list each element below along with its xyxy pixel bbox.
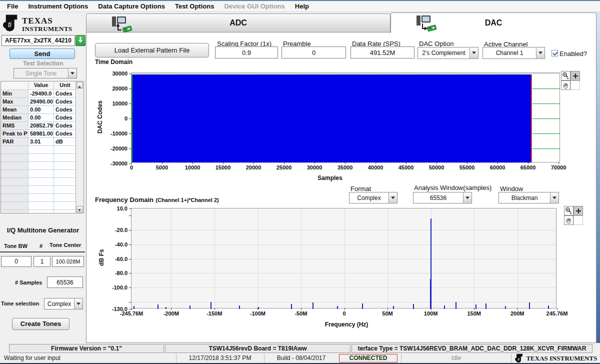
zoom-tool-button[interactable] — [564, 206, 574, 216]
window-select[interactable]: Blackman — [498, 192, 559, 204]
tab-dac[interactable]: DAC — [390, 12, 596, 33]
table-row[interactable]: Max29490.00Codes — [1, 98, 84, 106]
analysis-window-select[interactable]: 65536 — [413, 192, 472, 204]
chart-element — [413, 304, 414, 309]
tky — [129, 259, 132, 260]
zoom-in-button[interactable] — [570, 71, 580, 80]
ti-wordmark-line1: TEXAS — [22, 16, 53, 26]
xlab: 150M — [467, 310, 481, 316]
pan-hand-button[interactable] — [564, 216, 574, 225]
create-tones-button[interactable]: Create Tones — [12, 318, 70, 330]
table-cell — [1, 186, 28, 194]
device-select[interactable]: AFE77xx_2x2TX_44210 — [2, 35, 75, 46]
table-row[interactable]: Median0.00Codes — [1, 114, 84, 122]
status-timestamp: 12/17/2018 3:51:37 PM — [178, 354, 262, 362]
table-row[interactable]: RMS20852.79Codes — [1, 122, 84, 130]
chart-element — [393, 306, 394, 309]
firmware-version-status: Firmware Version = "0.1" — [9, 344, 164, 353]
menu-instrument-options[interactable]: Instrument Options — [23, 1, 93, 12]
chevron-down-icon[interactable] — [74, 298, 82, 309]
zoom-in-button[interactable] — [574, 206, 583, 216]
enabled-label: Enabled? — [560, 50, 587, 58]
tone-bw-input[interactable] — [1, 256, 32, 267]
table-row[interactable] — [1, 146, 84, 154]
data-rate-input[interactable] — [350, 46, 414, 58]
chart-element — [532, 118, 560, 119]
samples-input[interactable] — [47, 276, 83, 288]
table-row[interactable] — [1, 154, 84, 162]
menu-test-options[interactable]: Test Options — [170, 1, 219, 12]
chevron-down-icon[interactable] — [68, 68, 76, 78]
table-row[interactable] — [1, 162, 84, 170]
scaling-factor-input[interactable] — [215, 46, 278, 58]
gridv — [344, 208, 345, 308]
xlab: 55000 — [460, 164, 475, 170]
table-row[interactable] — [1, 202, 84, 210]
menu-data-capture-options[interactable]: Data Capture Options — [93, 1, 170, 12]
test-selection-select[interactable]: Single Tone — [14, 68, 77, 78]
scroll-down-icon[interactable] — [76, 206, 83, 212]
menu-file[interactable]: File — [2, 1, 23, 12]
tone-selection-label: Tone selection — [1, 300, 39, 306]
chart-element — [532, 88, 560, 89]
frequency-domain-plot[interactable]: -245.76M-200M-150M-100M-50M050M100M150M2… — [131, 208, 556, 308]
table-cell: RMS — [1, 122, 28, 130]
time-plot-zoom-tools — [561, 71, 580, 90]
xlab: 45000 — [398, 164, 414, 170]
chevron-down-icon[interactable] — [470, 48, 478, 58]
gridh — [132, 273, 556, 274]
chevron-down-icon[interactable] — [463, 192, 472, 203]
multitone-title: I/Q Multitone Generator — [0, 226, 86, 234]
status-divider — [511, 354, 512, 363]
tone-selection-select[interactable]: Complex — [44, 298, 83, 310]
tone-count-input[interactable] — [34, 256, 50, 267]
table-scrollbar[interactable] — [76, 82, 84, 213]
chart-element — [210, 302, 212, 309]
scroll-up-icon[interactable] — [76, 82, 83, 88]
zoom-tool-button[interactable] — [561, 71, 570, 80]
chevron-down-icon[interactable] — [536, 48, 544, 58]
table-row[interactable] — [1, 178, 84, 186]
table-cell — [28, 170, 54, 178]
chevron-down-icon[interactable] — [388, 192, 397, 203]
table-cell: 29490.00 — [28, 98, 54, 106]
tky — [129, 230, 132, 230]
tkx — [388, 308, 388, 310]
table-row[interactable] — [1, 194, 84, 202]
preamble-input[interactable] — [282, 46, 346, 58]
table-row[interactable] — [1, 210, 84, 214]
board-status: TSW14J56revD Board = T819IAww — [165, 344, 350, 353]
tkx — [132, 308, 132, 310]
table-row[interactable] — [1, 186, 84, 194]
chart-element — [190, 306, 190, 309]
time-domain-plot[interactable]: 0500010000150002000025000300003500040000… — [131, 72, 560, 162]
tab-adc[interactable]: ADC — [86, 14, 390, 32]
tone-count-header: # — [40, 243, 42, 249]
menu-help[interactable]: Help — [290, 1, 314, 12]
tone-selection-value: Complex — [44, 300, 74, 308]
device-load-button[interactable] — [76, 35, 86, 46]
xlab: 10000 — [185, 164, 200, 170]
ylab: 30000 — [112, 70, 128, 76]
load-external-pattern-button[interactable]: Load External Pattern File — [95, 43, 209, 58]
chevron-down-icon[interactable] — [550, 192, 558, 203]
table-row[interactable] — [1, 170, 84, 178]
enabled-checkbox[interactable] — [552, 50, 558, 56]
table-row[interactable]: Peak to P58981.00Codes — [1, 130, 84, 138]
table-row[interactable]: Min-29490.0Codes — [1, 90, 84, 98]
table-cell — [54, 194, 76, 202]
table-cell: Codes — [54, 130, 76, 138]
chart-element — [239, 306, 240, 309]
send-button[interactable]: Send — [10, 48, 75, 59]
frequency-domain-title-main: Frequency Domain — [95, 196, 154, 204]
pan-hand-button[interactable] — [561, 80, 570, 90]
table-cell: dB — [54, 138, 76, 146]
table-cell — [54, 186, 76, 194]
tone-center-input[interactable] — [52, 256, 84, 267]
format-select[interactable]: Complex — [349, 192, 398, 204]
table-row[interactable]: Mean0.00Codes — [1, 106, 84, 114]
table-row[interactable]: PAR3.01dB — [1, 138, 84, 146]
dac-option-select[interactable]: 2's Complement — [418, 47, 478, 59]
xlab: -200M — [164, 310, 179, 316]
active-channel-select[interactable]: Channel 1 — [482, 47, 545, 59]
